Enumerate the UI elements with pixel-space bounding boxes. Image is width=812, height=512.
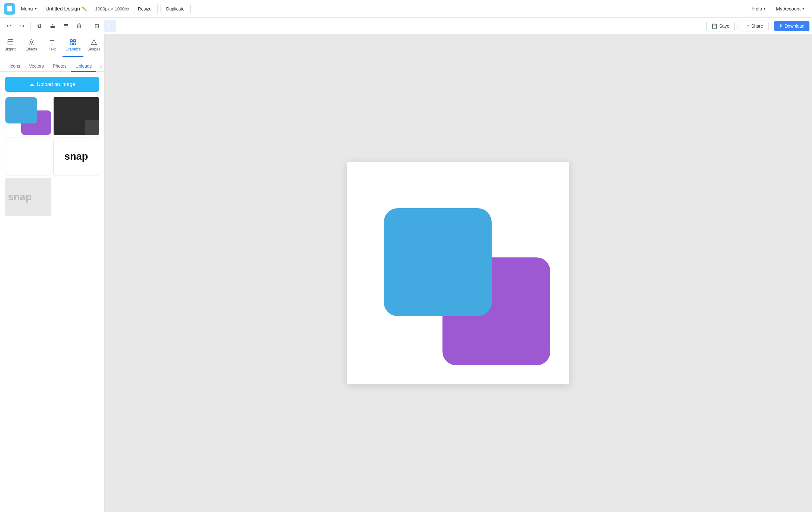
upload-image-button[interactable]: ☁ Upload an image — [5, 77, 99, 92]
share-button[interactable]: ↗ Share — [740, 21, 768, 31]
download-icon: ⬇ — [779, 24, 783, 29]
canvas[interactable] — [347, 162, 569, 384]
thumbnail-5[interactable]: snap — [5, 178, 51, 216]
toolbar-divider-3 — [737, 22, 737, 30]
save-button[interactable]: 💾 Save — [706, 21, 734, 31]
edit-icon: ✏️ — [82, 6, 87, 11]
panel-nav-shapes-label: Shapes — [88, 47, 100, 51]
download-button[interactable]: ⬇ Download — [774, 21, 809, 31]
help-label: Help — [752, 6, 762, 11]
upload-button-label: Upload an image — [37, 82, 75, 87]
toolbar-divider-1 — [30, 22, 31, 30]
canvas-area — [105, 34, 812, 512]
design-content — [347, 162, 569, 384]
panel-nav-text-label: Text — [49, 47, 56, 51]
download-label: Download — [785, 24, 804, 29]
menu-label: Menu — [21, 6, 33, 11]
blue-shape[interactable] — [384, 208, 492, 316]
title-button[interactable]: Untitled Design ✏️ — [42, 4, 90, 14]
svg-rect-7 — [8, 40, 13, 45]
snap-black-thumb: snap — [54, 137, 99, 175]
account-button[interactable]: My Account ▾ — [772, 4, 808, 14]
tab-vectors[interactable]: Vectors — [24, 61, 48, 72]
account-label: My Account — [776, 6, 801, 11]
canvas-size: 1000px × 1000px — [95, 6, 129, 11]
design-title: Untitled Design — [46, 6, 80, 12]
left-panel: Bkgrnd Effects Text Graphics Shapes Icon… — [0, 34, 105, 512]
snap-gray-thumb: snap — [5, 178, 51, 216]
image-grid: snap snap — [5, 97, 99, 216]
panel-nav-effects-label: Effects — [25, 47, 37, 51]
grid-view-button[interactable]: ⊞ — [91, 20, 103, 32]
panel-nav-shapes[interactable]: Shapes — [83, 34, 104, 57]
svg-rect-11 — [70, 43, 72, 45]
share-label: Share — [751, 24, 763, 29]
svg-rect-0 — [7, 6, 12, 11]
upload-icon: ☁ — [29, 81, 34, 87]
resize-button[interactable]: Resize — [132, 4, 157, 14]
thumbnail-4[interactable]: snap — [53, 137, 99, 176]
tab-icons[interactable]: Icons — [5, 61, 24, 72]
tab-uploads[interactable]: Uploads — [71, 61, 96, 72]
svg-rect-1 — [51, 26, 55, 27]
copy-button[interactable]: ⧉ — [33, 20, 46, 32]
app-logo — [4, 3, 15, 15]
duplicate-button[interactable]: Duplicate — [160, 4, 191, 14]
account-chevron-icon: ▾ — [803, 7, 804, 11]
toolbar: ↩ ↪ ⧉ 🗑 ⊞ 💾 Save ↗ Share ⬇ Download — [0, 18, 812, 34]
help-button[interactable]: Help ▾ — [749, 4, 770, 14]
save-label: Save — [719, 24, 729, 29]
panel-nav-text[interactable]: Text — [42, 34, 63, 57]
save-icon: 💾 — [712, 24, 717, 29]
svg-rect-9 — [70, 40, 72, 42]
svg-point-8 — [30, 41, 32, 43]
menu-chevron-icon: ▾ — [35, 7, 37, 11]
center-button[interactable] — [104, 20, 116, 32]
layer-down-button[interactable] — [47, 20, 59, 32]
svg-rect-4 — [64, 24, 68, 25]
delete-button[interactable]: 🗑 — [73, 20, 85, 32]
svg-rect-6 — [110, 24, 110, 29]
svg-rect-2 — [51, 27, 55, 28]
thumbnail-1[interactable] — [5, 97, 51, 135]
layer-up-button[interactable] — [60, 20, 72, 32]
redo-button[interactable]: ↪ — [16, 20, 28, 32]
panel-content: ☁ Upload an image — [0, 72, 104, 512]
panel-nav-graphics[interactable]: Graphics — [62, 34, 83, 57]
share-icon: ↗ — [745, 24, 749, 29]
panel-nav-bkgrnd-label: Bkgrnd — [4, 47, 17, 51]
main-layout: Bkgrnd Effects Text Graphics Shapes Icon… — [0, 34, 812, 512]
sub-tabs: Icons Vectors Photos Uploads ☆ — [0, 57, 104, 72]
panel-nav-bkgrnd[interactable]: Bkgrnd — [0, 34, 21, 57]
menu-button[interactable]: Menu ▾ — [18, 4, 40, 14]
svg-rect-10 — [74, 40, 76, 42]
undo-button[interactable]: ↩ — [3, 20, 14, 32]
panel-nav: Bkgrnd Effects Text Graphics Shapes — [0, 34, 104, 57]
panel-nav-graphics-label: Graphics — [65, 47, 81, 51]
thumbnail-3[interactable] — [5, 137, 51, 176]
toolbar-divider-4 — [771, 22, 772, 30]
svg-rect-3 — [64, 25, 68, 26]
panel-nav-effects[interactable]: Effects — [21, 34, 42, 57]
svg-rect-12 — [74, 43, 76, 45]
thumbnail-2[interactable] — [53, 97, 99, 135]
tab-photos[interactable]: Photos — [48, 61, 71, 72]
top-bar: Menu ▾ Untitled Design ✏️ 1000px × 1000p… — [0, 0, 812, 18]
help-chevron-icon: ▾ — [764, 7, 766, 11]
